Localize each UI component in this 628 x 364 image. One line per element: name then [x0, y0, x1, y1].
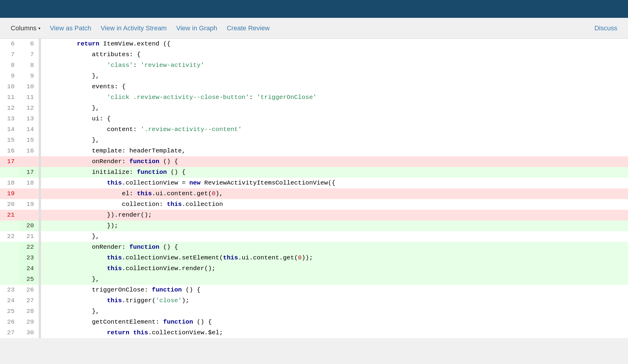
table-row: 88 'class': 'review-activity': [0, 60, 628, 71]
line-numbers: 88: [0, 60, 39, 71]
line-number-new: 8: [19, 60, 39, 71]
table-row: 21 }).render();: [0, 210, 628, 220]
code-line-content: },: [41, 103, 628, 114]
line-numbers: 1111: [0, 92, 39, 103]
line-number-new: 9: [19, 71, 39, 81]
line-number-old: 11: [0, 92, 19, 103]
table-row: 99 },: [0, 71, 628, 81]
line-separator: [39, 220, 41, 231]
view-in-graph-label: View in Graph: [176, 24, 217, 32]
line-number-new: 22: [19, 242, 39, 253]
line-number-old: 25: [0, 306, 19, 317]
table-row: 1616 template: headerTemplate,: [0, 146, 628, 156]
toolbar: Columns ▾ View as Patch View in Activity…: [0, 18, 628, 39]
columns-button[interactable]: Columns ▾: [7, 23, 44, 34]
line-number-old: [0, 274, 19, 285]
view-as-patch-label: View as Patch: [50, 24, 91, 32]
chevron-down-icon: ▾: [38, 26, 40, 31]
code-line-content: this.trigger('close');: [41, 295, 628, 306]
line-number-old: 24: [0, 295, 19, 306]
columns-label: Columns: [11, 24, 37, 32]
line-separator: [39, 253, 41, 263]
line-number-new: 25: [19, 274, 39, 285]
line-separator: [39, 146, 41, 156]
code-line-content: },: [41, 306, 628, 317]
line-numbers: 22: [0, 242, 39, 253]
line-number-old: 8: [0, 60, 19, 71]
table-row: 17 onRender: function () {: [0, 156, 628, 167]
table-row: 1414 content: '.review-activity--content…: [0, 124, 628, 135]
view-as-patch-link[interactable]: View as Patch: [46, 23, 95, 34]
line-number-new: 10: [19, 81, 39, 92]
line-number-old: 22: [0, 231, 19, 242]
line-separator: [39, 317, 41, 327]
line-number-new: 12: [19, 103, 39, 114]
line-numbers: 1010: [0, 81, 39, 92]
code-diff-area: 66 return ItemView.extend ({77 attribute…: [0, 39, 628, 338]
code-line-content: ui: {: [41, 114, 628, 124]
line-number-old: 19: [0, 188, 19, 199]
line-separator: [39, 60, 41, 71]
line-separator: [39, 188, 41, 199]
table-row: 1111 'click .review-activity--close-butt…: [0, 92, 628, 103]
line-numbers: 17: [0, 167, 39, 178]
line-numbers: 2528: [0, 306, 39, 317]
line-separator: [39, 156, 41, 167]
line-number-new: [19, 210, 39, 220]
line-number-old: 20: [0, 199, 19, 210]
code-line-content: });: [41, 220, 628, 231]
table-row: 2629 getContentElement: function () {: [0, 317, 628, 327]
code-line-content: onRender: function () {: [41, 156, 628, 167]
line-number-old: [0, 220, 19, 231]
line-numbers: 1515: [0, 135, 39, 146]
line-separator: [39, 295, 41, 306]
discuss-link[interactable]: Discuss: [591, 23, 621, 34]
code-line-content: onRender: function () {: [41, 242, 628, 253]
line-number-new: 11: [19, 92, 39, 103]
line-number-new: 26: [19, 285, 39, 295]
code-line-content: 'class': 'review-activity': [41, 60, 628, 71]
line-number-new: 28: [19, 306, 39, 317]
table-row: 2427 this.trigger('close');: [0, 295, 628, 306]
create-review-link[interactable]: Create Review: [223, 23, 273, 34]
line-number-new: 20: [19, 220, 39, 231]
line-number-new: 15: [19, 135, 39, 146]
view-in-activity-stream-link[interactable]: View in Activity Stream: [97, 23, 170, 34]
line-number-new: 14: [19, 124, 39, 135]
line-number-old: 13: [0, 114, 19, 124]
line-numbers: 99: [0, 71, 39, 81]
code-line-content: }).render();: [41, 210, 628, 220]
line-numbers: 24: [0, 263, 39, 274]
discuss-label: Discuss: [594, 24, 617, 32]
line-number-new: 6: [19, 39, 39, 49]
table-row: 2326 triggerOnClose: function () {: [0, 285, 628, 295]
line-numbers: 25: [0, 274, 39, 285]
line-separator: [39, 210, 41, 220]
code-line-content: },: [41, 71, 628, 81]
line-number-new: [19, 188, 39, 199]
line-number-old: 16: [0, 146, 19, 156]
line-numbers: 1414: [0, 124, 39, 135]
code-line-content: getContentElement: function () {: [41, 317, 628, 327]
line-number-new: 24: [19, 263, 39, 274]
line-numbers: 2427: [0, 295, 39, 306]
line-numbers: 19: [0, 188, 39, 199]
line-separator: [39, 103, 41, 114]
create-review-label: Create Review: [227, 24, 270, 32]
line-separator: [39, 327, 41, 338]
code-line-content: 'click .review-activity--close-button': …: [41, 92, 628, 103]
line-number-old: 21: [0, 210, 19, 220]
line-number-old: 26: [0, 317, 19, 327]
line-separator: [39, 178, 41, 188]
table-row: 1313 ui: {: [0, 114, 628, 124]
line-numbers: 1313: [0, 114, 39, 124]
view-in-graph-link[interactable]: View in Graph: [173, 23, 221, 34]
table-row: 66 return ItemView.extend ({: [0, 39, 628, 49]
code-line-content: this.collectionView = new ReviewActivity…: [41, 178, 628, 188]
line-number-old: 17: [0, 156, 19, 167]
table-row: 25 },: [0, 274, 628, 285]
line-number-new: 30: [19, 327, 39, 338]
code-line-content: },: [41, 274, 628, 285]
line-number-old: [0, 167, 19, 178]
code-line-content: content: '.review-activity--content': [41, 124, 628, 135]
